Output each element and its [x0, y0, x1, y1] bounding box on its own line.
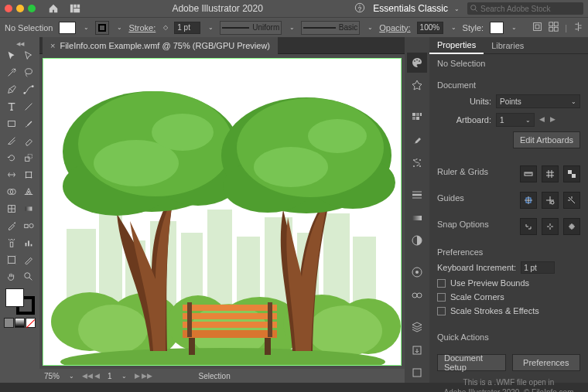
use-preview-bounds-checkbox[interactable]: Use Preview Bounds — [437, 278, 580, 288]
stroke-panel-icon[interactable] — [407, 185, 427, 205]
stroke-weight-input[interactable]: 1 pt — [174, 22, 200, 34]
help-icon[interactable] — [354, 2, 365, 15]
opacity-label[interactable]: Opacity: — [379, 23, 410, 32]
artboards-panel-icon[interactable] — [407, 363, 427, 383]
minimize-window-icon[interactable] — [16, 5, 24, 12]
tools-collapse-icon[interactable]: ◀◀ — [0, 40, 39, 47]
workspace-switcher[interactable]: Essentials Classic ⌄ — [373, 3, 460, 14]
tab-properties[interactable]: Properties — [429, 37, 484, 54]
rotate-tool[interactable] — [3, 149, 20, 166]
tab-libraries[interactable]: Libraries — [484, 37, 532, 54]
layers-panel-icon[interactable] — [407, 318, 427, 338]
stock-search[interactable] — [467, 2, 583, 15]
transparency-grid-icon[interactable] — [563, 165, 580, 182]
snap-grid-icon[interactable] — [563, 218, 580, 235]
snap-pixel-icon[interactable] — [520, 218, 537, 235]
canvas-viewport[interactable] — [39, 54, 405, 369]
free-transform-tool[interactable] — [20, 166, 37, 183]
artboard[interactable] — [43, 58, 402, 366]
slice-tool[interactable] — [20, 251, 37, 268]
fill-stroke-picker[interactable] — [5, 288, 35, 315]
curvature-tool[interactable] — [20, 81, 37, 98]
preferences-button[interactable]: Preferences — [512, 354, 581, 371]
edit-artboards-button[interactable]: Edit Artboards — [513, 131, 580, 148]
mesh-tool[interactable] — [3, 200, 20, 217]
direct-selection-tool[interactable] — [20, 47, 37, 64]
artboard-stepper[interactable]: ▶▶▶ — [135, 372, 152, 380]
brushes-panel-icon[interactable] — [407, 130, 427, 150]
transparency-panel-icon[interactable] — [407, 230, 427, 251]
fill-swatch[interactable] — [59, 22, 76, 34]
color-mode-none[interactable] — [26, 318, 36, 328]
opacity-input[interactable]: 100% — [417, 22, 443, 34]
perspective-grid-tool[interactable] — [20, 183, 37, 200]
graphic-styles-panel-icon[interactable] — [407, 285, 427, 305]
brush-definition[interactable]: Basic — [301, 21, 360, 35]
close-window-icon[interactable] — [5, 5, 12, 12]
column-graph-tool[interactable] — [20, 234, 37, 251]
arrange-documents-icon[interactable] — [70, 3, 80, 14]
graphic-style-swatch[interactable] — [490, 22, 504, 34]
artboard-nav-buttons[interactable]: ◀ ▶ — [539, 115, 556, 124]
zoom-level[interactable]: 75% — [44, 372, 60, 380]
variable-width-profile[interactable]: Uniform — [220, 21, 282, 35]
ruler-icon[interactable] — [520, 165, 537, 182]
line-segment-tool[interactable] — [20, 98, 37, 115]
search-input[interactable] — [480, 5, 573, 13]
zoom-tool[interactable] — [20, 268, 37, 285]
home-icon[interactable] — [48, 3, 59, 14]
asset-export-panel-icon[interactable] — [407, 340, 427, 360]
swatches-panel-icon[interactable] — [407, 107, 427, 128]
type-tool[interactable] — [3, 98, 20, 115]
chevron-down-icon[interactable]: ⌄ — [69, 373, 74, 380]
snap-point-icon[interactable] — [542, 218, 559, 235]
stroke-label[interactable]: Stroke: — [128, 23, 156, 32]
chevron-down-icon[interactable]: ⌄ — [84, 24, 89, 31]
artboard-stepper[interactable]: ◀◀◀ — [82, 372, 100, 380]
width-tool[interactable] — [3, 166, 20, 183]
lasso-tool[interactable] — [20, 64, 37, 81]
eyedropper-tool[interactable] — [3, 217, 20, 234]
pen-tool[interactable] — [3, 81, 20, 98]
close-tab-icon[interactable]: × — [50, 41, 55, 50]
guides-show-icon[interactable] — [520, 192, 537, 209]
eraser-tool[interactable] — [20, 132, 37, 149]
fill-color[interactable] — [5, 288, 24, 307]
color-mode-solid[interactable] — [4, 318, 14, 328]
chevron-down-icon[interactable]: ⌄ — [208, 24, 214, 31]
document-tab[interactable]: × FileInfo.com Example.wmf @ 75% (RGB/GP… — [43, 37, 278, 54]
symbols-panel-icon[interactable] — [407, 153, 427, 173]
chevron-down-icon[interactable]: ⌄ — [511, 24, 517, 31]
blend-tool[interactable] — [20, 217, 37, 234]
grid-icon[interactable] — [542, 165, 559, 182]
chevron-down-icon[interactable]: ⌄ — [289, 24, 295, 31]
stroke-swatch[interactable] — [95, 21, 109, 35]
shaper-tool[interactable] — [3, 132, 20, 149]
stepper-icon[interactable]: ◇ — [163, 24, 168, 31]
color-mode-gradient[interactable] — [15, 318, 25, 328]
align-icon[interactable] — [573, 22, 583, 33]
chevron-down-icon[interactable]: ⌄ — [121, 373, 127, 380]
gradient-tool[interactable] — [20, 200, 37, 217]
chevron-down-icon[interactable]: ⌄ — [368, 24, 373, 31]
scale-corners-checkbox[interactable]: Scale Corners — [437, 292, 580, 302]
scale-tool[interactable] — [20, 149, 37, 166]
rectangle-tool[interactable] — [3, 115, 20, 132]
units-dropdown[interactable]: Points⌄ — [496, 94, 580, 108]
scale-strokes-checkbox[interactable]: Scale Strokes & Effects — [437, 306, 580, 315]
symbol-sprayer-tool[interactable] — [3, 234, 20, 251]
artboard-dropdown[interactable]: 1⌄ — [496, 113, 535, 127]
shape-builder-tool[interactable] — [3, 183, 20, 200]
artboard-tool[interactable] — [3, 251, 20, 268]
paintbrush-tool[interactable] — [20, 115, 37, 132]
chevron-down-icon[interactable]: ⌄ — [117, 24, 122, 31]
preferences-icon[interactable] — [549, 22, 559, 33]
gradient-panel-icon[interactable] — [407, 208, 427, 228]
chevron-down-icon[interactable]: ⌄ — [451, 24, 456, 31]
selection-tool[interactable] — [3, 47, 20, 64]
hand-tool[interactable] — [3, 268, 20, 285]
appearance-panel-icon[interactable] — [407, 263, 427, 283]
magic-wand-tool[interactable] — [3, 64, 20, 81]
document-setup-icon[interactable] — [532, 22, 542, 33]
artboard-number[interactable]: 1 — [108, 372, 112, 380]
